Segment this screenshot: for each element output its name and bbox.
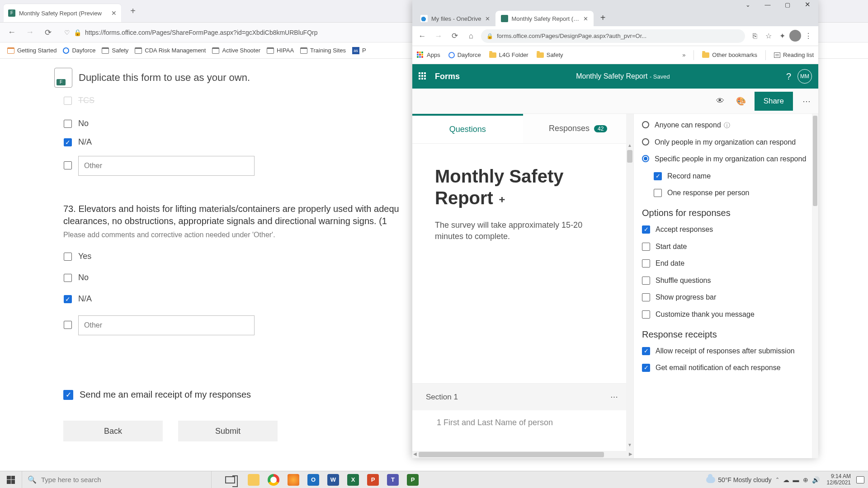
form-description[interactable]: The survey will take approximately 15-20…	[435, 220, 598, 242]
section-row[interactable]: Section 1 ⋯	[412, 383, 627, 410]
who-anyone-row[interactable]: Anyone can respondⓘ	[642, 120, 816, 130]
bookmark-getting-started[interactable]: Getting Started	[7, 47, 57, 54]
back-icon[interactable]: ←	[5, 26, 18, 39]
install-app-icon[interactable]: ⎘	[749, 30, 761, 42]
onedrive-tray-icon[interactable]: ☁	[783, 476, 789, 483]
reading-list[interactable]: Reading list	[774, 52, 814, 58]
bookmark-safety[interactable]: Safety	[102, 47, 128, 54]
project-app-icon[interactable]: P	[407, 474, 419, 486]
scroll-thumb[interactable]	[627, 150, 632, 163]
tab-responses[interactable]: Responses42	[523, 114, 634, 143]
horizontal-scrollbar[interactable]: ◀ ▶	[412, 451, 633, 458]
section-more-icon[interactable]: ⋯	[610, 392, 618, 402]
other-input[interactable]	[78, 315, 255, 335]
bookmark-cda[interactable]: CDA Risk Management	[135, 47, 206, 54]
customize-thankyou-row[interactable]: Customize thank you message	[642, 310, 816, 319]
other-input[interactable]	[78, 156, 255, 176]
scroll-thumb[interactable]	[813, 116, 817, 206]
accept-responses-row[interactable]: ✓Accept responses	[642, 225, 816, 235]
record-name-row[interactable]: ✓Record name	[654, 171, 816, 181]
battery-tray-icon[interactable]: ▬	[793, 476, 799, 483]
start-button[interactable]	[0, 471, 22, 488]
radio[interactable]	[642, 138, 649, 145]
back-button[interactable]: Back	[63, 421, 163, 441]
checkbox[interactable]	[642, 259, 650, 267]
scroll-down-icon[interactable]: ▼	[627, 442, 632, 447]
weather-widget[interactable]: 50°F Mostly cloudy	[706, 476, 771, 483]
outlook-app-icon[interactable]: O	[307, 474, 319, 486]
chrome-tab-forms[interactable]: Monthly Safety Report (Edit ✕	[495, 11, 594, 26]
checkbox[interactable]	[64, 97, 72, 105]
checkbox-checked[interactable]: ✓	[64, 295, 72, 303]
radio-selected[interactable]	[642, 155, 649, 162]
checkbox[interactable]	[64, 120, 72, 128]
one-response-row[interactable]: One response per person	[654, 188, 816, 198]
profile-avatar[interactable]	[789, 30, 801, 42]
chrome-app-icon[interactable]	[268, 474, 279, 486]
close-tab-icon[interactable]: ✕	[485, 15, 490, 22]
taskbar-search[interactable]: 🔍Type here to search	[22, 471, 212, 488]
tab-questions[interactable]: Questions	[412, 114, 523, 143]
checkbox[interactable]	[64, 161, 72, 169]
forms-canvas[interactable]: Monthly Safety Reportᚐ The survey will t…	[412, 144, 633, 433]
start-date-row[interactable]: Start date	[642, 242, 816, 252]
back-icon[interactable]: ←	[416, 30, 429, 42]
volume-tray-icon[interactable]: 🔊	[812, 476, 820, 483]
excel-app-icon[interactable]: X	[347, 474, 359, 486]
checkbox-checked[interactable]: ✓	[63, 390, 73, 400]
allow-receipt-row[interactable]: ✓Allow receipt of responses after submis…	[642, 346, 816, 356]
close-tab-icon[interactable]: ✕	[111, 9, 117, 17]
bookmark-active-shooter[interactable]: Active Shooter	[212, 47, 260, 54]
file-explorer-icon[interactable]	[248, 474, 259, 486]
bookmark-training[interactable]: Training Sites	[300, 47, 346, 54]
bookmark-hipaa[interactable]: HIPAA	[267, 47, 294, 54]
taskbar-clock[interactable]: 9:14 AM 12/6/2021	[827, 474, 851, 485]
app-launcher-icon[interactable]	[419, 72, 427, 80]
bookmarks-overflow-icon[interactable]: »	[682, 52, 685, 58]
checkbox[interactable]	[642, 277, 650, 285]
bookmark-l4g[interactable]: L4G Folder	[489, 52, 528, 58]
forms-app-name[interactable]: Forms	[435, 72, 460, 81]
bookmark-safety[interactable]: Safety	[537, 52, 563, 58]
firefox-tab-active[interactable]: F Monthly Safety Report (Preview ✕	[4, 4, 121, 22]
star-icon[interactable]: ☆	[762, 30, 775, 42]
settings-scrollbar[interactable]	[812, 114, 818, 458]
word-app-icon[interactable]: W	[327, 474, 339, 486]
shuffle-row[interactable]: Shuffle questions	[642, 276, 816, 286]
checkbox[interactable]	[64, 321, 72, 329]
share-button[interactable]: Share	[755, 92, 793, 111]
submit-button[interactable]: Submit	[178, 421, 278, 441]
progress-bar-row[interactable]: Show progress bar	[642, 292, 816, 302]
maximize-icon[interactable]: ▢	[778, 0, 797, 9]
close-tab-icon[interactable]: ✕	[583, 15, 588, 22]
branching-icon[interactable]: ᚐ	[500, 193, 505, 205]
email-notify-row[interactable]: ✓Get email notification of each response	[642, 363, 816, 373]
scroll-thumb[interactable]	[419, 452, 604, 457]
other-bookmarks[interactable]: Other bookmarks	[702, 52, 757, 58]
scroll-left-icon[interactable]: ◀	[413, 451, 417, 456]
forward-icon[interactable]: →	[432, 30, 445, 42]
network-tray-icon[interactable]: ⊕	[803, 476, 808, 483]
apps-shortcut[interactable]: Apps	[417, 52, 440, 59]
radio[interactable]	[642, 121, 649, 128]
close-icon[interactable]: ✕	[797, 0, 817, 9]
task-view-icon[interactable]	[225, 476, 235, 483]
reload-icon[interactable]: ⟳	[448, 30, 461, 42]
checkbox-checked[interactable]: ✓	[64, 138, 72, 146]
firefox-new-tab-button[interactable]: +	[127, 6, 138, 16]
checkbox-checked-focused[interactable]: ✓	[654, 172, 662, 180]
form-title[interactable]: Monthly Safety Reportᚐ	[435, 165, 619, 209]
checkbox[interactable]	[64, 274, 72, 282]
tray-overflow-icon[interactable]: ⌃	[775, 477, 779, 483]
teams-app-icon[interactable]: T	[387, 474, 399, 486]
chrome-new-tab-button[interactable]: +	[597, 13, 609, 23]
chrome-urlbar[interactable]: 🔒 forms.office.com/Pages/DesignPage.aspx…	[481, 29, 745, 43]
checkbox[interactable]	[654, 189, 662, 197]
minimize-icon[interactable]: —	[758, 0, 778, 9]
who-org-row[interactable]: Only people in my organization can respo…	[642, 137, 816, 147]
theme-icon[interactable]: 🎨	[734, 96, 748, 106]
checkbox-checked[interactable]: ✓	[642, 347, 650, 355]
forward-icon[interactable]: →	[24, 26, 36, 39]
kebab-menu-icon[interactable]: ⋮	[802, 30, 815, 42]
home-icon[interactable]: ⌂	[465, 30, 477, 42]
